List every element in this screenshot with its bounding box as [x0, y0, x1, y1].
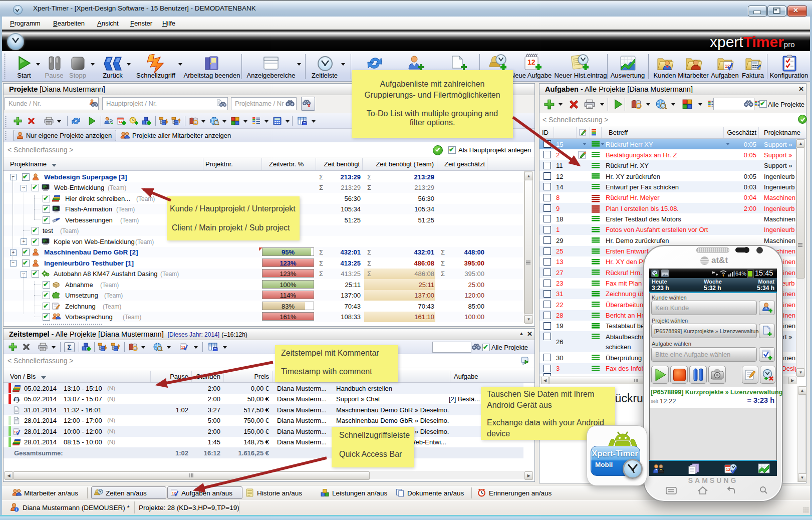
svg-text:12: 12	[527, 58, 535, 66]
svg-text:x: x	[308, 103, 311, 108]
svg-text:!: !	[16, 507, 17, 512]
